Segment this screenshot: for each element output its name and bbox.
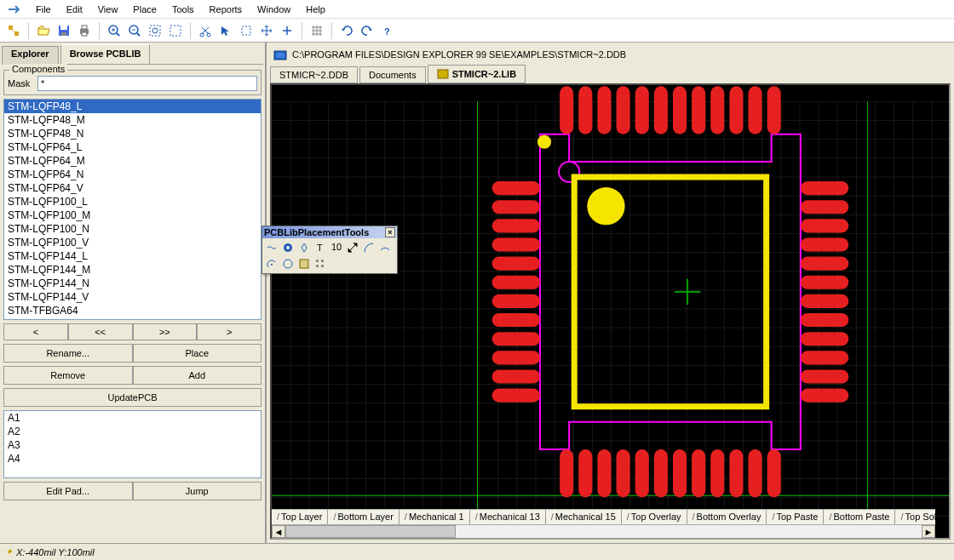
scroll-right-button[interactable]: ► [922, 525, 935, 538]
list-item[interactable]: STM-LQFP48_M [4, 113, 261, 127]
layer-tab[interactable]: Top Paste [767, 510, 824, 524]
remove-button[interactable]: Remove [3, 366, 133, 385]
full-circle-icon[interactable] [280, 256, 296, 271]
list-item[interactable]: STM-LQFP64_L [4, 140, 261, 154]
svg-rect-125 [492, 351, 540, 364]
svg-rect-109 [492, 276, 540, 289]
mask-input[interactable] [37, 76, 257, 91]
jump-button[interactable]: Jump [133, 482, 262, 500]
coord-icon[interactable]: 10,10 [329, 240, 344, 255]
redo-icon[interactable] [359, 22, 376, 39]
list-item[interactable]: A3 [4, 438, 261, 452]
plus-icon[interactable] [279, 22, 296, 39]
zoom-in-icon[interactable] [106, 22, 123, 39]
app-icon[interactable] [3, 2, 27, 17]
doc-tab-lib[interactable]: STMICR~2.LIB [428, 65, 526, 83]
svg-rect-119 [692, 86, 705, 134]
open-icon[interactable] [35, 22, 52, 39]
list-item[interactable]: STM-LQFP64_V [4, 181, 261, 195]
layer-tab[interactable]: Bottom Paste [824, 510, 895, 524]
layer-tab[interactable]: Top Layer [272, 510, 328, 524]
help-icon[interactable]: ? [379, 22, 396, 39]
pad-icon[interactable] [280, 240, 296, 255]
toolbar-link-icon[interactable] [5, 22, 22, 39]
nav-next-button[interactable]: >> [133, 323, 198, 340]
list-item[interactable]: STM-LQFP100_L [4, 195, 261, 209]
scroll-thumb[interactable] [285, 525, 456, 538]
pcblib-placement-tools-toolbox[interactable]: PCBLibPlacementTools × T 10,10 [261, 226, 398, 274]
list-item[interactable]: STM-TFBGA64 [4, 304, 261, 317]
list-item[interactable]: STM-LQFP48_L [4, 100, 261, 113]
list-item[interactable]: STM-LQFP48_N [4, 127, 261, 140]
deselect-icon[interactable] [238, 22, 255, 39]
select-icon[interactable] [217, 22, 234, 39]
rename-button[interactable]: Rename... [3, 344, 133, 363]
main-area: Explorer Browse PCBLIB Components Mask S… [0, 43, 954, 543]
grid-icon[interactable] [308, 22, 325, 39]
zoom-fit-icon[interactable] [167, 22, 184, 39]
string-icon[interactable]: T [313, 240, 328, 255]
nav-prev-button[interactable]: << [68, 323, 133, 340]
nav-first-button[interactable]: < [3, 323, 68, 340]
list-item[interactable]: A4 [4, 452, 261, 466]
menu-file[interactable]: File [29, 3, 58, 16]
list-item[interactable]: STM-LQFP64_M [4, 154, 261, 168]
arc-any-icon[interactable] [264, 256, 279, 271]
place-button[interactable]: Place [133, 344, 262, 363]
menu-tools[interactable]: Tools [165, 3, 201, 16]
list-item[interactable]: STM-LQFP144_V [4, 290, 261, 304]
zoom-out-icon[interactable] [126, 22, 143, 39]
menu-help[interactable]: Help [299, 3, 332, 16]
scroll-left-button[interactable]: ◄ [272, 525, 285, 538]
tab-browse-pcblib[interactable]: Browse PCBLIB [60, 44, 151, 64]
toolbox-close-button[interactable]: × [385, 227, 395, 237]
track-icon[interactable] [264, 240, 279, 255]
move-icon[interactable] [258, 22, 275, 39]
doc-tab-ddb[interactable]: STMICR~2.DDB [270, 66, 358, 83]
canvas-scrollbar-horizontal[interactable]: ◄ ► [272, 524, 935, 538]
cut-icon[interactable] [197, 22, 214, 39]
arc-center-icon[interactable] [361, 240, 376, 255]
layer-tab[interactable]: Top Overlay [622, 510, 687, 524]
list-item[interactable]: A2 [4, 425, 261, 438]
tab-explorer[interactable]: Explorer [2, 46, 59, 65]
nav-last-button[interactable]: > [197, 323, 261, 340]
toolbox-titlebar[interactable]: PCBLibPlacementTools × [262, 226, 397, 238]
print-icon[interactable] [76, 22, 93, 39]
menu-view[interactable]: View [91, 3, 125, 16]
list-item[interactable]: STM-LQFP144_L [4, 249, 261, 263]
layer-tab[interactable]: Mechanical 13 [470, 510, 546, 524]
menu-place[interactable]: Place [126, 3, 164, 16]
scroll-track[interactable] [285, 525, 922, 538]
layer-tab[interactable]: Top Solder [895, 510, 935, 524]
edit-pad-button[interactable]: Edit Pad... [3, 482, 133, 500]
menu-edit[interactable]: Edit [60, 3, 89, 16]
layer-tab[interactable]: Mechanical 1 [399, 510, 470, 524]
list-item[interactable]: STM-LQFP100_N [4, 222, 261, 236]
layer-tab[interactable]: Mechanical 15 [546, 510, 622, 524]
array-icon[interactable] [313, 256, 328, 271]
arc-edge-icon[interactable] [377, 240, 393, 255]
menu-window[interactable]: Window [250, 3, 297, 16]
menu-reports[interactable]: Reports [203, 3, 250, 16]
save-icon[interactable] [55, 22, 72, 39]
add-button[interactable]: Add [133, 366, 262, 385]
list-item[interactable]: STM-LQFP144_N [4, 277, 261, 290]
via-icon[interactable] [296, 240, 312, 255]
component-list[interactable]: STM-LQFP48_LSTM-LQFP48_MSTM-LQFP48_NSTM-… [3, 99, 261, 320]
zoom-area-icon[interactable] [147, 22, 164, 39]
list-item[interactable]: A1 [4, 411, 261, 425]
list-item[interactable]: STM-LQFP64_N [4, 168, 261, 181]
doc-tab-documents[interactable]: Documents [359, 66, 426, 83]
layer-tab[interactable]: Bottom Layer [328, 510, 399, 524]
dimension-icon[interactable] [345, 240, 360, 255]
update-pcb-button[interactable]: UpdatePCB [3, 388, 261, 407]
secondary-list[interactable]: A1A2A3A4 [3, 410, 261, 478]
layer-tab[interactable]: Bottom Overlay [687, 510, 767, 524]
list-item[interactable]: STM-LQFP100_M [4, 209, 261, 222]
pcb-canvas[interactable]: Top LayerBottom LayerMechanical 1Mechani… [270, 83, 951, 540]
undo-icon[interactable] [338, 22, 355, 39]
list-item[interactable]: STM-LQFP144_M [4, 263, 261, 277]
list-item[interactable]: STM-LQFP100_V [4, 236, 261, 249]
fill-icon[interactable] [296, 256, 312, 271]
